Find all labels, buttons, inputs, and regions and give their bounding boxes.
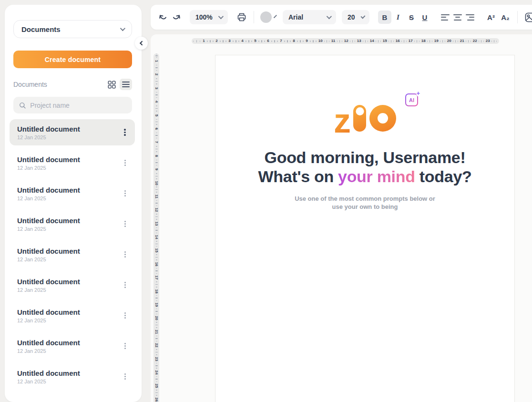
- chevron-down-icon: [360, 14, 365, 19]
- document-list-item[interactable]: Untitled document12 Jan 2025: [10, 211, 135, 237]
- ruler-number: 26: [154, 397, 158, 402]
- ruler-number: 5: [254, 39, 256, 43]
- search-input[interactable]: [30, 102, 126, 109]
- ruler-number: 12: [344, 39, 348, 43]
- ruler-number: 10: [154, 181, 158, 185]
- document-menu-button[interactable]: [120, 126, 130, 139]
- documents-section-title: Documents: [13, 81, 103, 88]
- sidebar-collapse-button[interactable]: [135, 37, 148, 50]
- document-date: 12 Jan 2025: [17, 287, 120, 293]
- font-size-value: 20: [348, 13, 355, 21]
- document-menu-button[interactable]: [120, 157, 130, 169]
- ruler-number: 20: [154, 316, 158, 320]
- document-page[interactable]: z AI + Good morning, Username! What's on…: [215, 55, 515, 402]
- logo-letter-o: [369, 105, 396, 132]
- ruler-number: 21: [154, 330, 158, 334]
- align-right-button[interactable]: [464, 10, 476, 24]
- ruler-number: 23: [154, 357, 158, 361]
- greeting-heading: Good morning, Username! What's on your m…: [215, 148, 514, 186]
- list-view-button[interactable]: [120, 79, 132, 90]
- ruler-number: 21: [460, 39, 464, 43]
- document-list-item[interactable]: Untitled document12 Jan 2025: [10, 150, 135, 176]
- greeting-subtitle: Use one of the most common prompts below…: [215, 195, 514, 211]
- document-title: Untitled document: [17, 216, 120, 225]
- search-box[interactable]: [13, 97, 132, 113]
- document-menu-button[interactable]: [120, 218, 130, 230]
- document-date: 12 Jan 2025: [17, 196, 120, 201]
- document-list-item[interactable]: Untitled document12 Jan 2025: [10, 272, 135, 298]
- print-button[interactable]: [235, 10, 249, 24]
- editor-toolbar: 100% Arial 20 B I S U A² A₂: [151, 5, 532, 30]
- workspace-selector[interactable]: Documents: [13, 20, 132, 38]
- bold-button[interactable]: B: [378, 10, 391, 24]
- text-color-picker[interactable]: [259, 10, 273, 24]
- ruler-number: 23: [486, 39, 490, 43]
- ruler-number: 6: [267, 39, 269, 43]
- ruler-number: 15: [154, 248, 158, 253]
- greeting-highlight: your mind: [338, 167, 415, 186]
- superscript-button[interactable]: A²: [484, 10, 498, 24]
- ruler-number: 25: [154, 384, 158, 388]
- ruler-number: 15: [383, 39, 387, 43]
- insert-image-button[interactable]: [522, 10, 532, 24]
- zoom-select[interactable]: 100%: [190, 10, 228, 24]
- vertical-ruler[interactable]: 1234567891011121314151617181920212223242…: [153, 53, 159, 402]
- align-center-button[interactable]: [451, 10, 464, 24]
- document-date: 12 Jan 2025: [17, 348, 120, 354]
- document-date: 12 Jan 2025: [17, 226, 120, 232]
- document-menu-button[interactable]: [120, 248, 130, 261]
- document-list: Untitled document12 Jan 2025Untitled doc…: [10, 119, 135, 390]
- ruler-number: 14: [154, 235, 158, 239]
- ruler-number: 4: [154, 101, 158, 103]
- logo-letter-i: [353, 105, 366, 132]
- greeting-line2-pre: What's on: [258, 167, 338, 186]
- document-list-item[interactable]: Untitled document12 Jan 2025: [10, 241, 135, 268]
- chevron-down-icon[interactable]: [274, 15, 277, 18]
- document-list-item[interactable]: Untitled document12 Jan 2025: [10, 363, 135, 390]
- greeting-line2-post: today?: [415, 167, 472, 186]
- sidebar: Documents Create document Documents: [5, 5, 142, 402]
- strikethrough-button[interactable]: S: [405, 10, 418, 24]
- document-menu-button[interactable]: [120, 187, 130, 200]
- ruler-number: 6: [154, 128, 158, 130]
- align-left-button[interactable]: [439, 10, 451, 24]
- document-title: Untitled document: [17, 155, 120, 164]
- underline-button[interactable]: U: [418, 10, 431, 24]
- chevron-left-icon: [140, 41, 144, 46]
- grid-view-button[interactable]: [105, 79, 118, 90]
- document-menu-button[interactable]: [120, 309, 130, 322]
- subscript-button[interactable]: A₂: [498, 10, 512, 24]
- font-size-select[interactable]: 20: [342, 10, 369, 24]
- document-title: Untitled document: [17, 278, 120, 286]
- editor-canvas: 1234567891011121314151617181920212223 12…: [151, 34, 532, 402]
- document-list-item[interactable]: Untitled document12 Jan 2025: [10, 180, 135, 206]
- ruler-number: 1: [154, 60, 158, 62]
- document-title: Untitled document: [17, 339, 120, 347]
- zoom-value: 100%: [195, 13, 213, 21]
- chevron-down-icon: [327, 14, 332, 19]
- ruler-number: 16: [396, 39, 400, 43]
- font-family-select[interactable]: Arial: [283, 10, 336, 24]
- document-title: Untitled document: [17, 247, 120, 255]
- horizontal-ruler[interactable]: 1234567891011121314151617181920212223: [192, 38, 499, 44]
- document-menu-button[interactable]: [120, 340, 130, 352]
- document-list-item[interactable]: Untitled document12 Jan 2025: [10, 333, 135, 359]
- ruler-number: 2: [154, 73, 158, 75]
- ruler-number: 7: [154, 141, 158, 143]
- ruler-number: 17: [409, 39, 413, 43]
- ruler-number: 13: [154, 221, 158, 226]
- document-menu-button[interactable]: [120, 371, 130, 383]
- ruler-number: 22: [154, 343, 158, 348]
- document-date: 12 Jan 2025: [17, 134, 120, 140]
- ruler-number: 12: [154, 208, 158, 212]
- ruler-number: 11: [331, 39, 335, 43]
- document-list-item[interactable]: Untitled document12 Jan 2025: [10, 119, 135, 145]
- document-list-item[interactable]: Untitled document12 Jan 2025: [10, 302, 135, 329]
- font-family-value: Arial: [288, 13, 303, 21]
- redo-button[interactable]: [170, 10, 184, 24]
- document-menu-button[interactable]: [120, 279, 130, 291]
- undo-button[interactable]: [155, 10, 170, 24]
- create-document-button[interactable]: Create document: [13, 51, 132, 68]
- greeting-line1: Good morning, Username!: [265, 148, 466, 166]
- italic-button[interactable]: I: [391, 10, 405, 24]
